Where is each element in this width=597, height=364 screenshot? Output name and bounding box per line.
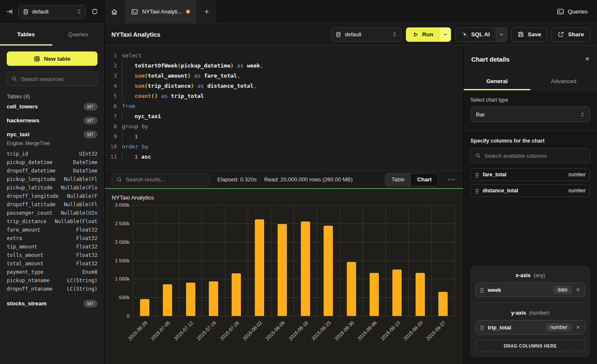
x-axis-column-chip[interactable]: week date ×	[475, 283, 585, 297]
editor-line: 91	[109, 132, 463, 142]
sidebar-tab-queries[interactable]: Queries	[52, 24, 105, 45]
bar-2015-08-23[interactable]	[324, 226, 333, 316]
database-selector[interactable]: default	[18, 5, 86, 19]
column-search[interactable]	[470, 148, 590, 163]
search-icon	[116, 177, 122, 183]
refresh-button[interactable]	[91, 8, 98, 15]
token: order by	[122, 143, 149, 150]
column-name: trip_id	[7, 151, 28, 157]
bar-2015-07-05[interactable]	[163, 284, 172, 316]
run-button[interactable]: Run	[406, 27, 440, 42]
drag-handle-icon[interactable]	[480, 287, 484, 293]
code-text: from	[122, 101, 135, 111]
bar-2015-09-20[interactable]	[416, 273, 425, 316]
panel-tab-advanced[interactable]: Advanced	[530, 73, 597, 90]
resource-search[interactable]	[7, 72, 97, 86]
column-name: trip_distance	[7, 218, 46, 224]
chart-column: 2015-07-12	[179, 205, 202, 316]
x-tick-label: 2015-07-19	[196, 320, 217, 341]
column-search-input[interactable]	[484, 153, 586, 159]
database-selector-value: default	[345, 31, 389, 38]
drag-handle-icon[interactable]	[480, 325, 484, 330]
resource-search-input[interactable]	[21, 76, 93, 82]
bar-2015-09-06[interactable]	[370, 273, 379, 316]
bar-2015-08-16[interactable]	[301, 221, 310, 316]
drag-columns-dropzone[interactable]: DRAG COLUMNS HERE	[475, 340, 585, 352]
token: total_amount	[148, 73, 187, 79]
table-item-nyc_taxi[interactable]: nyc_taxiMT	[7, 127, 97, 141]
tables-list: cell_towersMThackernewsMTnyc_taxiMTEngin…	[7, 100, 97, 310]
sql-ai-button[interactable]: SQL AI	[456, 28, 496, 41]
bar-2015-08-02[interactable]	[255, 219, 264, 316]
remove-y-column-button[interactable]: ×	[575, 324, 581, 331]
table-item-cell_towers[interactable]: cell_towersMT	[7, 100, 97, 113]
share-button[interactable]: Share	[551, 27, 590, 42]
results-search-input[interactable]	[126, 176, 205, 183]
bar-2015-08-30[interactable]	[347, 262, 356, 316]
collapse-sidebar-button[interactable]	[6, 8, 13, 15]
view-segment-table[interactable]: Table	[385, 173, 411, 186]
bar-2015-08-09[interactable]	[278, 224, 287, 316]
sql-editor[interactable]: 1select2toStartOfWeek(pickup_datetime) a…	[105, 46, 463, 170]
line-number: 5	[109, 91, 122, 101]
bar-2015-07-12[interactable]	[186, 283, 195, 316]
more-options-button[interactable]: ⋯	[446, 175, 457, 184]
save-button[interactable]: Save	[511, 27, 548, 42]
token: count	[135, 93, 151, 99]
table-item-hackernews[interactable]: hackernewsMT	[7, 113, 97, 127]
queries-button[interactable]: Queries	[557, 0, 588, 23]
column-item: payment_typeEnum8	[7, 268, 97, 276]
remove-x-column-button[interactable]: ×	[575, 286, 581, 293]
drag-handle-icon[interactable]	[475, 172, 479, 178]
indent-guide	[122, 71, 135, 81]
panel-tab-general[interactable]: General	[464, 73, 530, 90]
available-column-fare_total[interactable]: fare_totalnumber	[470, 168, 590, 181]
new-table-button[interactable]: New table	[7, 51, 97, 66]
close-panel-button[interactable]: ×	[585, 55, 589, 63]
column-type: UInt32	[79, 151, 97, 157]
column-type: Nullable(Flo	[61, 185, 97, 191]
bar-2015-07-26[interactable]	[232, 273, 241, 316]
x-tick-label: 2015-08-30	[334, 320, 355, 341]
line-number: 9	[109, 132, 122, 142]
editor-line: 6from	[109, 101, 463, 111]
bar-chart-plot: 2015-06-282015-07-052015-07-122015-07-19…	[133, 205, 455, 316]
sidebar-tab-tables[interactable]: Tables	[0, 24, 52, 45]
tab-nytaxi-analytics[interactable]: NYTaxi Analyti...	[124, 0, 197, 23]
gridline	[133, 316, 455, 316]
table-item-stocks_stream[interactable]: stocks_streamMT	[7, 297, 97, 310]
results-search[interactable]	[112, 173, 210, 186]
panel-divider	[464, 130, 597, 130]
column-name: pickup_latitude	[7, 185, 52, 191]
bar-2015-06-28[interactable]	[140, 299, 149, 316]
share-icon	[558, 31, 564, 38]
bar-2015-09-13[interactable]	[392, 270, 402, 316]
editor-line: 111 asc	[109, 152, 463, 162]
column-type: DateTime	[73, 168, 97, 174]
view-segment-chart[interactable]: Chart	[411, 173, 438, 186]
column-chip-name: distance_total	[483, 188, 518, 194]
token: group by	[122, 123, 149, 129]
view-toggle: TableChart	[385, 173, 438, 186]
chart-type-select[interactable]: Bar	[470, 106, 590, 122]
updown-chevron-icon	[77, 9, 81, 14]
x-tick-label: 2015-07-12	[173, 320, 194, 341]
token: ()	[151, 93, 158, 99]
run-options-button[interactable]	[440, 27, 451, 42]
bar-2015-09-27[interactable]	[438, 292, 448, 316]
database-selector-header[interactable]: default	[331, 27, 402, 42]
bar-2015-07-19[interactable]	[209, 281, 218, 316]
chart-column: 2015-09-06	[363, 205, 386, 316]
home-button[interactable]	[105, 0, 124, 23]
x-axis-column-type: date	[553, 286, 571, 294]
y-axis-column-chip[interactable]: trip_total number ×	[475, 320, 585, 334]
y-axis-heading: y-axis (number)	[475, 308, 585, 320]
line-number: 4	[109, 81, 122, 91]
column-name: tolls_amount	[7, 252, 43, 258]
search-icon	[11, 76, 17, 82]
new-tab-button[interactable]: +	[197, 0, 216, 23]
token: as	[197, 83, 204, 89]
available-column-distance_total[interactable]: distance_totalnumber	[470, 184, 590, 197]
sql-ai-options-button[interactable]	[496, 28, 507, 41]
drag-handle-icon[interactable]	[475, 188, 479, 194]
